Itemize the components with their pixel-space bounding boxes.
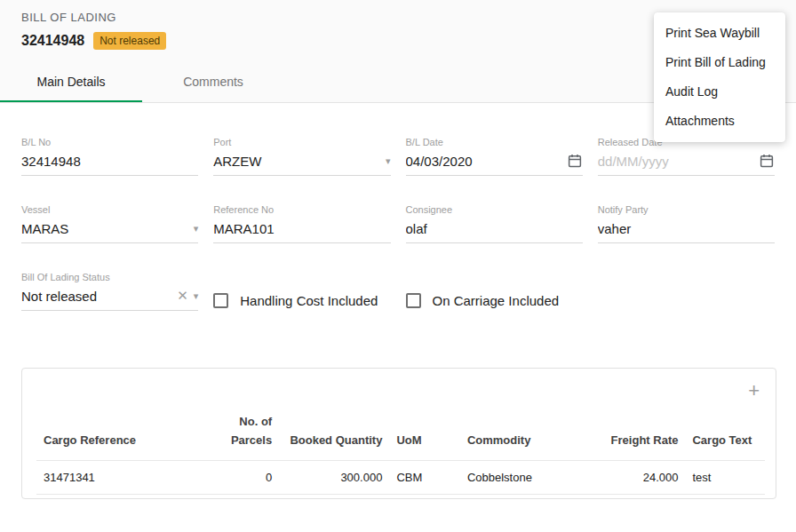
calendar-icon[interactable] [567,153,583,169]
released-date-control [598,153,775,176]
status-badge: Not released [93,32,166,50]
field-consignee: Consignee [406,204,583,243]
column-header-cargo-text: Cargo Text [685,406,765,460]
field-reference-no: Reference No [213,204,390,243]
menu-item-print-sea-waybill[interactable]: Print Sea Waybill [654,19,785,48]
field-bl-date: B/L Date [406,137,583,176]
bl-status-select[interactable] [21,289,171,304]
bl-no-input[interactable] [21,154,198,169]
reference-no-label: Reference No [213,204,390,215]
bl-status-control: ✕ ▾ [21,288,198,311]
column-header-no-of-parcels: No. of Parcels [200,406,280,460]
cell-no-of-parcels: 0 [200,460,280,494]
consignee-control [406,220,583,243]
bl-no-control [21,153,198,176]
cell-commodity: Cobbelstone [460,460,597,494]
port-select[interactable] [213,154,380,169]
field-notify-party: Notify Party [598,204,775,243]
column-header-commodity: Commodity [460,406,597,460]
bl-status-label: Bill Of Lading Status [21,272,198,282]
cell-cargo-text: test [685,460,765,494]
form-spacer [598,272,775,311]
actions-menu: Print Sea Waybill Print Bill of Lading A… [654,12,785,142]
port-label: Port [213,137,390,147]
cell-booked-quantity: 300.000 [279,460,389,494]
column-header-cargo-reference: Cargo Reference [36,406,200,460]
vessel-label: Vessel [21,204,198,215]
column-header-uom: UoM [389,406,460,460]
notify-party-label: Notify Party [598,204,775,215]
column-header-freight-rate: Freight Rate [597,406,685,460]
clear-icon[interactable]: ✕ [177,288,188,304]
handling-cost-checkbox-item[interactable]: Handling Cost Included [213,272,390,311]
on-carriage-checkbox[interactable] [406,293,421,308]
menu-item-audit-log[interactable]: Audit Log [654,77,785,107]
field-bl-status: Bill Of Lading Status ✕ ▾ [21,272,198,311]
chevron-down-icon[interactable]: ▾ [386,155,391,167]
field-port: Port ▾ [213,137,390,176]
menu-item-attachments[interactable]: Attachments [654,107,785,136]
vessel-select[interactable] [21,221,188,236]
cell-uom: CBM [389,460,460,494]
reference-no-control [213,220,390,243]
cell-freight-rate: 24.000 [597,460,685,494]
consignee-input[interactable] [406,221,583,236]
on-carriage-checkbox-item[interactable]: On Carriage Included [406,272,583,311]
bl-date-label: B/L Date [406,137,583,147]
handling-cost-checkbox-label: Handling Cost Included [240,293,378,308]
chevron-down-icon[interactable]: ▾ [194,223,199,234]
bl-date-input[interactable] [406,154,561,169]
cargo-table: Cargo Reference No. of Parcels Booked Qu… [36,406,765,495]
tab-comments[interactable]: Comments [142,64,284,102]
bl-date-control [406,153,583,176]
consignee-label: Consignee [406,204,583,215]
cell-cargo-reference: 31471341 [36,460,200,494]
notify-party-input[interactable] [598,221,775,236]
cargo-card-toolbar: + [36,379,765,401]
menu-item-print-bill-of-lading[interactable]: Print Bill of Lading [654,48,785,77]
vessel-control: ▾ [21,220,198,243]
handling-cost-checkbox[interactable] [213,293,228,308]
bl-number: 32414948 [21,33,84,49]
port-control: ▾ [213,153,390,176]
table-row[interactable]: 31471341 0 300.000 CBM Cobbelstone 24.00… [36,460,765,494]
add-cargo-button[interactable]: + [748,381,760,401]
cargo-card: + Cargo Reference No. of Parcels Booked … [21,368,776,499]
released-date-input[interactable] [598,154,753,169]
column-header-booked-quantity: Booked Quantity [279,406,389,460]
field-bl-no: B/L No [21,137,198,176]
on-carriage-checkbox-label: On Carriage Included [433,293,560,308]
notify-party-control [598,220,775,243]
field-vessel: Vessel ▾ [21,204,198,243]
cargo-table-header-row: Cargo Reference No. of Parcels Booked Qu… [36,406,765,460]
tab-main-details[interactable]: Main Details [0,64,142,102]
field-released-date: Released Date [598,137,775,176]
calendar-icon[interactable] [759,153,775,169]
reference-no-input[interactable] [213,221,390,236]
chevron-down-icon[interactable]: ▾ [194,290,199,302]
bl-no-label: B/L No [21,137,198,147]
